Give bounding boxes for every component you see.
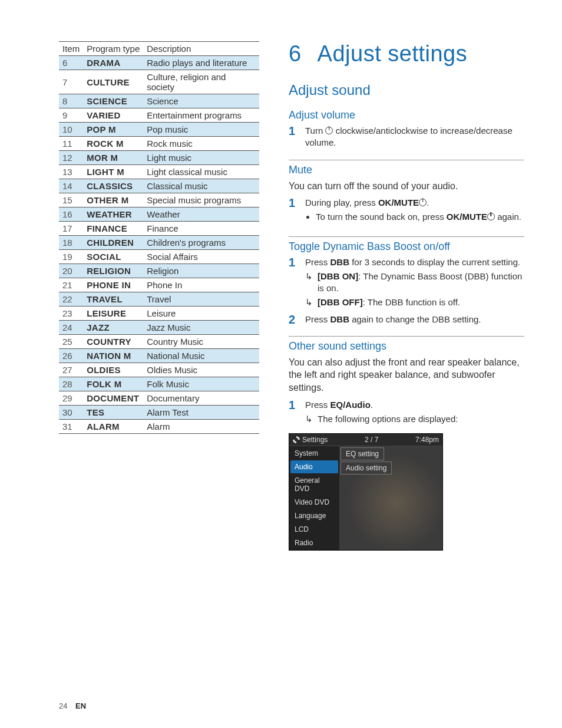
other-step1: 1 Press EQ/Audio. ↳ The following option… xyxy=(289,399,524,428)
dbb-on-label: [DBB ON] xyxy=(318,271,358,281)
cell-programtype: MOR M xyxy=(83,151,143,165)
result-arrow-icon: ↳ xyxy=(305,297,313,308)
menu-title: Settings xyxy=(302,436,328,444)
mute-step1: 1 During play, press OK/MUTE. To turn th… xyxy=(289,197,524,226)
table-row: 23LEISURELeisure xyxy=(59,307,259,321)
table-row: 8SCIENCEScience xyxy=(59,94,259,108)
power-icon xyxy=(419,199,427,206)
cell-programtype: CULTURE xyxy=(83,70,143,94)
cell-programtype: FOLK M xyxy=(83,377,143,391)
cell-description: Documentary xyxy=(143,391,259,406)
program-type-table: Item Program type Description 6DRAMARadi… xyxy=(59,41,259,434)
cell-item: 19 xyxy=(59,250,83,264)
cell-programtype: DOCUMENT xyxy=(83,391,143,406)
table-row: 26NATION MNational Music xyxy=(59,349,259,363)
chapter-heading: 6 Adjust settings xyxy=(289,41,524,67)
menu-time: 7:48pm xyxy=(415,436,439,444)
cell-item: 15 xyxy=(59,193,83,207)
step-number: 1 xyxy=(289,197,299,226)
cell-programtype: ALARM xyxy=(83,420,143,434)
table-row: 19SOCIALSocial Affairs xyxy=(59,250,259,264)
sub-adjust-volume: Adjust volume xyxy=(289,109,524,121)
cell-description: Rock music xyxy=(143,137,259,151)
cell-programtype: CLASSICS xyxy=(83,179,143,193)
cell-programtype: PHONE IN xyxy=(83,278,143,292)
result-arrow-icon: ↳ xyxy=(305,413,313,425)
cell-programtype: TRAVEL xyxy=(83,292,143,307)
cell-item: 14 xyxy=(59,179,83,193)
cell-item: 26 xyxy=(59,349,83,363)
ok-mute-label: OK/MUTE xyxy=(378,197,419,207)
cell-programtype: DRAMA xyxy=(83,56,143,70)
menu-side-item: Language xyxy=(290,509,338,522)
chapter-title: Adjust settings xyxy=(318,41,468,66)
cell-description: Leisure xyxy=(143,307,259,321)
table-row: 20RELIGIONReligion xyxy=(59,264,259,278)
sub-other-sound: Other sound settings xyxy=(289,336,524,353)
dbb-label: DBB xyxy=(330,314,350,324)
table-row: 22TRAVELTravel xyxy=(59,292,259,307)
ok-mute-label: OK/MUTE xyxy=(447,212,487,222)
cell-description: Country Music xyxy=(143,335,259,349)
table-row: 13LIGHT MLight classical music xyxy=(59,165,259,179)
table-row: 25COUNTRYCountry Music xyxy=(59,335,259,349)
cell-description: Entertainment programs xyxy=(143,108,259,123)
gear-icon xyxy=(293,436,300,443)
mute-bullet: To turn the sound back on, press OK/MUTE… xyxy=(316,211,524,223)
cell-item: 17 xyxy=(59,222,83,236)
cell-item: 25 xyxy=(59,335,83,349)
cell-description: Finance xyxy=(143,222,259,236)
text: clockwise/anticlockwise to increase/decr… xyxy=(305,126,513,147)
sub-dbb: Toggle Dynamic Bass Boost on/off xyxy=(289,236,524,253)
page-lang: EN xyxy=(75,701,86,710)
cell-description: Light classical music xyxy=(143,165,259,179)
cell-item: 23 xyxy=(59,307,83,321)
cell-description: Travel xyxy=(143,292,259,307)
cell-programtype: COUNTRY xyxy=(83,335,143,349)
cell-description: Pop music xyxy=(143,123,259,137)
step-number: 1 xyxy=(289,256,299,311)
cell-item: 30 xyxy=(59,406,83,420)
cell-programtype: TES xyxy=(83,406,143,420)
cell-programtype: NATION M xyxy=(83,349,143,363)
cell-item: 22 xyxy=(59,292,83,307)
cell-programtype: ROCK M xyxy=(83,137,143,151)
dbb-step1: 1 Press DBB for 3 seconds to display the… xyxy=(289,256,524,311)
cell-description: Alarm xyxy=(143,420,259,434)
mute-intro: You can turn off the sound of your audio… xyxy=(289,180,524,193)
dbb-off-label: [DBB OFF] xyxy=(318,297,363,307)
cell-description: Science xyxy=(143,94,259,108)
cell-description: Religion xyxy=(143,264,259,278)
cell-programtype: LIGHT M xyxy=(83,165,143,179)
table-row: 15OTHER MSpecial music programs xyxy=(59,193,259,207)
cell-description: Children's programs xyxy=(143,236,259,250)
menu-side-item: LCD xyxy=(290,523,338,536)
cell-item: 7 xyxy=(59,70,83,94)
cell-item: 27 xyxy=(59,363,83,377)
cell-description: Phone In xyxy=(143,278,259,292)
table-row: 17FINANCEFinance xyxy=(59,222,259,236)
cell-description: Weather xyxy=(143,207,259,222)
cell-description: Jazz Music xyxy=(143,321,259,335)
result-text: The following options are displayed: xyxy=(318,413,458,425)
cell-programtype: POP M xyxy=(83,123,143,137)
cell-programtype: RELIGION xyxy=(83,264,143,278)
page-footer: 24 EN xyxy=(59,701,86,710)
step-number: 1 xyxy=(289,399,299,428)
menu-side-item: System xyxy=(290,447,338,460)
cell-item: 28 xyxy=(59,377,83,391)
cell-programtype: JAZZ xyxy=(83,321,143,335)
cell-programtype: SOCIAL xyxy=(83,250,143,264)
cell-item: 10 xyxy=(59,123,83,137)
cell-item: 12 xyxy=(59,151,83,165)
cell-programtype: SCIENCE xyxy=(83,94,143,108)
cell-description: Light music xyxy=(143,151,259,165)
cell-description: Alarm Test xyxy=(143,406,259,420)
table-row: 14CLASSICSClassical music xyxy=(59,179,259,193)
menu-side-item: General DVD xyxy=(290,474,338,495)
cell-item: 18 xyxy=(59,236,83,250)
text: Turn xyxy=(305,126,325,136)
cell-programtype: LEISURE xyxy=(83,307,143,321)
th-item: Item xyxy=(59,42,83,56)
dbb-step2: 2 Press DBB again to change the DBB sett… xyxy=(289,314,524,325)
